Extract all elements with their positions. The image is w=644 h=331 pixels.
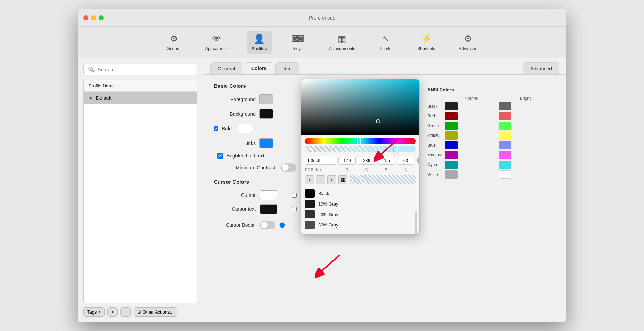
ansi-cyan-bright[interactable] xyxy=(499,161,511,169)
toolbar-label-general: General xyxy=(167,46,182,51)
cursor-guide-checkbox[interactable] xyxy=(292,193,297,198)
cursor-text-swatch[interactable] xyxy=(260,204,277,214)
tab-advanced[interactable]: Advanced xyxy=(523,62,559,74)
toolbar-label-pointer: Pointer xyxy=(380,46,393,51)
toolbar-label-appearance: Appearance xyxy=(205,46,228,51)
cursor-boost-toggle[interactable] xyxy=(260,221,275,229)
toolbar-item-pointer[interactable]: ↖ Pointer xyxy=(374,31,398,54)
search-bar[interactable]: 🔍 xyxy=(83,64,197,75)
cp-b-input[interactable] xyxy=(377,156,395,165)
cp-add-button[interactable]: + xyxy=(305,175,314,184)
links-label: Links xyxy=(214,140,256,146)
cp-remove-button[interactable]: − xyxy=(316,175,325,184)
cp-a-input[interactable] xyxy=(397,156,414,165)
main-panel: General Colors Text Advanced Basic Color… xyxy=(203,58,566,322)
cp-preview xyxy=(350,175,416,184)
preset-black-swatch[interactable] xyxy=(305,189,315,198)
profile-item-default[interactable]: ★ Default xyxy=(84,92,197,104)
toolbar-item-shortcuts[interactable]: ⚡ Shortcuts xyxy=(412,31,440,54)
ansi-green-normal[interactable] xyxy=(445,122,458,130)
toolbar-label-profiles: Profiles xyxy=(252,46,267,51)
ansi-white-normal[interactable] xyxy=(445,170,458,179)
toolbar-label-keys: Keys xyxy=(293,46,303,51)
minimum-contrast-toggle[interactable] xyxy=(281,163,296,172)
cp-r-input[interactable] xyxy=(338,156,356,165)
ansi-red-normal[interactable] xyxy=(445,112,458,120)
preset-20gray-swatch[interactable] xyxy=(305,210,315,218)
bold-checkbox[interactable] xyxy=(214,126,218,131)
toolbar-item-advanced[interactable]: ⚙ Advanced xyxy=(454,31,482,54)
general-icon: ⚙ xyxy=(170,33,178,44)
preset-10gray-swatch[interactable] xyxy=(305,200,315,208)
cp-hex-input[interactable] xyxy=(305,156,336,165)
maximize-button[interactable] xyxy=(99,15,104,20)
bold-swatch[interactable] xyxy=(238,124,252,133)
ansi-yellow-name: Yellow xyxy=(427,133,444,138)
cp-g-input[interactable] xyxy=(358,156,375,165)
cp-gradient-area[interactable] xyxy=(301,79,419,135)
toolbar-label-advanced: Advanced xyxy=(459,46,477,51)
r-label: R xyxy=(338,168,356,172)
profiles-table: Profile Name ★ Default xyxy=(83,80,197,303)
ansi-magenta-normal[interactable] xyxy=(445,151,458,159)
cp-hue-bar[interactable] xyxy=(305,138,416,144)
toolbar-item-keys[interactable]: ⌨ Keys xyxy=(286,31,310,54)
bold-label: Bold xyxy=(222,126,232,131)
ansi-white-name: White xyxy=(427,172,444,177)
preset-20gray: 20% Gray xyxy=(305,210,416,218)
toolbar-item-arrangements[interactable]: ▦ Arrangements xyxy=(324,31,360,54)
appearance-icon: 👁 xyxy=(212,33,221,44)
traffic-lights xyxy=(83,15,104,20)
other-actions-button[interactable]: ⊙ Other Actions... xyxy=(134,307,178,317)
tab-general[interactable]: General xyxy=(210,62,242,74)
ansi-black-bright[interactable] xyxy=(499,102,511,110)
background-swatch[interactable] xyxy=(259,109,273,119)
preset-black: Black xyxy=(305,189,416,198)
cp-alpha-thumb[interactable] xyxy=(394,145,398,153)
color-wheel-icon[interactable]: 🎨 xyxy=(417,157,420,164)
cp-alpha-bar[interactable] xyxy=(305,146,416,152)
brighten-bold-checkbox[interactable] xyxy=(217,153,223,159)
cp-eyedropper-button[interactable]: ⌖ xyxy=(327,175,336,184)
ansi-yellow-normal[interactable] xyxy=(445,131,458,140)
ansi-blue-normal[interactable] xyxy=(445,141,458,149)
ansi-black-normal[interactable] xyxy=(445,102,458,110)
profile-name: Default xyxy=(96,95,111,101)
tab-text[interactable]: Text xyxy=(275,62,299,74)
foreground-swatch[interactable] xyxy=(259,94,273,104)
close-button[interactable] xyxy=(83,15,88,20)
ansi-col-bright: Bright xyxy=(499,96,552,101)
preset-30gray-swatch[interactable] xyxy=(305,221,315,229)
ansi-green-bright[interactable] xyxy=(499,122,511,130)
search-icon: 🔍 xyxy=(88,66,95,73)
search-input[interactable] xyxy=(98,67,193,72)
background-label: Background xyxy=(214,111,256,117)
cp-cursor xyxy=(376,119,380,123)
tab-colors[interactable]: Colors xyxy=(244,62,274,74)
links-swatch[interactable] xyxy=(259,138,273,148)
remove-profile-button[interactable]: − xyxy=(120,307,131,317)
ansi-blue-bright[interactable] xyxy=(499,141,511,149)
toolbar-item-profiles[interactable]: 👤 Profiles xyxy=(247,31,272,54)
ansi-yellow-bright[interactable] xyxy=(499,131,511,140)
ansi-red-bright[interactable] xyxy=(499,112,511,120)
toolbar-item-general[interactable]: ⚙ General xyxy=(162,31,187,54)
preset-30gray: 30% Gray xyxy=(305,221,416,229)
ansi-cyan-normal[interactable] xyxy=(445,161,458,169)
minimum-contrast-label: Minimum Contrast: xyxy=(214,165,277,170)
tags-button[interactable]: Tags > xyxy=(83,307,105,317)
ansi-white-bright[interactable] xyxy=(499,170,511,179)
add-profile-button[interactable]: + xyxy=(107,307,118,317)
tabs-bar: General Colors Text Advanced xyxy=(203,58,566,75)
cp-hue-thumb[interactable] xyxy=(357,137,361,145)
ansi-title: ANSI Colors xyxy=(427,87,552,92)
arrangements-icon: ▦ xyxy=(338,33,346,44)
pointer-icon: ↖ xyxy=(382,33,390,44)
smart-box-checkbox[interactable] xyxy=(292,207,297,211)
cursor-swatch[interactable] xyxy=(260,190,277,200)
toolbar-item-appearance[interactable]: 👁 Appearance xyxy=(200,31,233,54)
cp-scrollbar[interactable] xyxy=(415,212,417,235)
cp-grid-button[interactable]: ▦ xyxy=(338,175,347,184)
ansi-magenta-bright[interactable] xyxy=(499,151,511,159)
minimize-button[interactable] xyxy=(91,15,96,20)
